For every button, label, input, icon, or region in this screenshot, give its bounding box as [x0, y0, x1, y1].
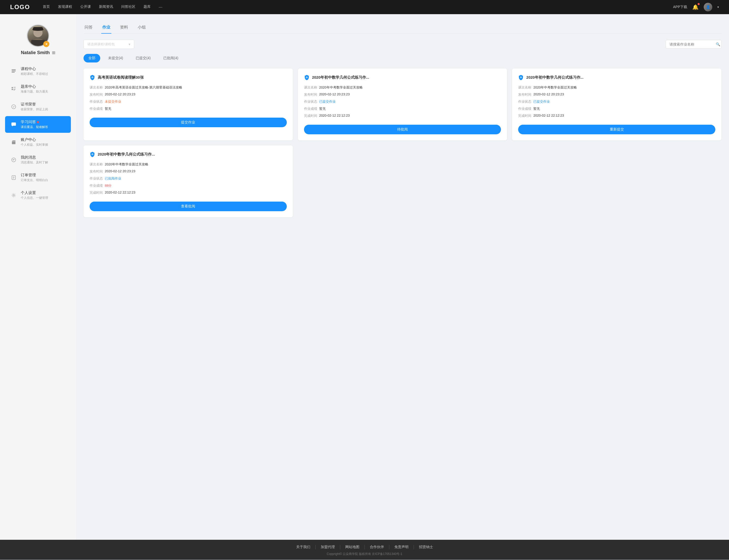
logo: LOGO — [10, 4, 30, 11]
avatar-wrapper: ★ — [27, 24, 49, 47]
homework-card-2: 作 2020年初中数学几何公式练习作... 课次名称 2020年中考数学全面过关… — [298, 69, 507, 140]
hw-label-score-4: 作业成绩 — [90, 183, 105, 188]
hw-value-complete-3: 2020-02-12 22:12:23 — [533, 114, 715, 118]
sidebar-item-desc-qa: 课后重温、疑难解答 — [21, 125, 66, 129]
nav-links: 首页 发现课程 公开课 新闻资讯 问答社区 题库 ··· — [43, 5, 673, 10]
sidebar-item-label-cert: 证书荣誉 — [21, 102, 66, 107]
sidebar-item-label-msg: 我的消息 — [21, 155, 66, 160]
svg-text:作: 作 — [305, 76, 308, 79]
sidebar-item-desc-msg: 消息通知、及时了解 — [21, 160, 66, 165]
footer-link-recruit[interactable]: 招贤纳士 — [414, 545, 438, 549]
sidebar-item-question-bank[interactable]: 题库中心 海量习题、助力通关 — [5, 81, 71, 97]
sidebar-item-label-qbank: 题库中心 — [21, 84, 66, 89]
sidebar-item-certificate[interactable]: 证书荣誉 收获荣誉、持证上岗 — [5, 98, 71, 115]
hw-value-course-2: 2020年中考数学全面过关攻略 — [319, 85, 501, 90]
nav-link-bank[interactable]: 题库 — [143, 5, 151, 10]
footer-link-partner[interactable]: 合作伙伴 — [365, 545, 389, 549]
messages-icon — [10, 156, 17, 163]
main-layout: ★ Natalie Smith ⊞ 课程中心 精彩课程、不容错过 — [0, 14, 729, 540]
content-tabs: 问答 作业 资料 小组 — [83, 22, 721, 34]
hw-button-4[interactable]: 查看批阅 — [90, 202, 287, 211]
hw-value-time-2: 2020-02-12 20:23:23 — [319, 92, 501, 97]
sidebar-item-messages[interactable]: 我的消息 消息通知、及时了解 — [5, 152, 71, 168]
sidebar-item-desc-course: 精彩课程、不容错过 — [21, 72, 66, 76]
main-content: 问答 作业 资料 小组 请选择课程/课程包 ▾ 🔍 全部 未提交(4) 已提交(… — [76, 14, 729, 540]
footer-links: 关于我们 加盟代理 网站地图 合作伙伴 免责声明 招贤纳士 — [0, 545, 729, 549]
sidebar-item-account[interactable]: 账户中心 个人权益、实时掌握 — [5, 134, 71, 150]
svg-text:作: 作 — [91, 76, 94, 79]
hw-button-3[interactable]: 重新提交 — [518, 125, 715, 134]
svg-rect-7 — [12, 72, 15, 73]
hw-title-1: 高考英语试卷阅读理解30张 — [98, 75, 287, 80]
hw-label-status-4: 作业状态 — [90, 176, 105, 181]
sidebar-item-desc-qbank: 海量习题、助力通关 — [21, 90, 66, 94]
notification-bell[interactable]: 🔔 — [692, 4, 699, 10]
svg-rect-5 — [12, 69, 16, 70]
sidebar-item-orders[interactable]: 订单管理 订单支出、明明白白 — [5, 169, 71, 186]
settings-icon — [10, 192, 17, 199]
hw-shield-icon-2: 作 — [304, 75, 309, 80]
sidebar-item-study-qa[interactable]: 学习问答 课后重温、疑难解答 — [5, 116, 71, 133]
svg-rect-11 — [13, 89, 16, 89]
status-tab-unsubmitted[interactable]: 未提交(4) — [103, 54, 128, 62]
tab-materials[interactable]: 资料 — [119, 22, 129, 34]
user-dropdown-arrow[interactable]: ▾ — [717, 5, 719, 9]
nav-link-open[interactable]: 公开课 — [80, 5, 91, 10]
sidebar-item-label-qa: 学习问答 — [21, 120, 66, 124]
footer-link-about[interactable]: 关于我们 — [291, 545, 316, 549]
hw-label-score-2: 作业成绩 — [304, 106, 319, 111]
tab-homework[interactable]: 作业 — [101, 22, 111, 34]
status-tab-submitted[interactable]: 已提交(4) — [131, 54, 155, 62]
filter-bar: 请选择课程/课程包 ▾ 🔍 — [83, 40, 721, 49]
search-icon: 🔍 — [716, 42, 720, 46]
nav-link-discover[interactable]: 发现课程 — [58, 5, 72, 10]
notification-badge — [698, 3, 700, 5]
status-tab-all[interactable]: 全部 — [83, 54, 100, 62]
hw-value-status-3: 已提交作业 — [533, 99, 715, 104]
sidebar-item-course-center[interactable]: 课程中心 精彩课程、不容错过 — [5, 63, 71, 80]
homework-card-4: 作 2020年初中数学几何公式练习作... 课次名称 2020年中考数学全面过关… — [83, 145, 293, 217]
hw-value-course-4: 2020年中考数学全面过关攻略 — [105, 162, 287, 167]
course-select-arrow: ▾ — [129, 42, 130, 46]
footer-link-disclaimer[interactable]: 免责声明 — [389, 545, 414, 549]
hw-label-time-3: 发布时间 — [518, 92, 533, 97]
tab-group[interactable]: 小组 — [137, 22, 147, 34]
qr-code-icon[interactable]: ⊞ — [52, 50, 55, 55]
nav-more[interactable]: ··· — [159, 5, 162, 10]
nav-link-qa[interactable]: 问答社区 — [121, 5, 135, 10]
hw-value-score-3: 暂无 — [533, 106, 715, 111]
user-avatar[interactable]: 👤 — [704, 3, 712, 11]
hw-label-status-3: 作业状态 — [518, 99, 533, 104]
footer-link-franchise[interactable]: 加盟代理 — [316, 545, 340, 549]
study-qa-icon — [10, 121, 17, 128]
hw-label-status-2: 作业状态 — [304, 99, 319, 104]
hw-value-score-2: 暂无 — [319, 106, 501, 111]
status-tab-reviewed[interactable]: 已批阅(4) — [158, 54, 183, 62]
nav-right: APP下载 🔔 👤 ▾ — [673, 3, 719, 11]
course-select[interactable]: 请选择课程/课程包 ▾ — [83, 40, 134, 49]
svg-text:作: 作 — [520, 76, 522, 79]
nav-link-news[interactable]: 新闻资讯 — [99, 5, 113, 10]
search-input[interactable] — [670, 42, 714, 46]
nav-link-home[interactable]: 首页 — [43, 5, 50, 10]
avatar-image: 👤 — [704, 3, 712, 11]
hw-title-2: 2020年初中数学几何公式练习作... — [312, 75, 501, 80]
hw-label-score-1: 作业成绩 — [90, 106, 105, 111]
sidebar-item-desc-orders: 订单支出、明明白白 — [21, 178, 66, 182]
hw-label-course-4: 课次名称 — [90, 162, 105, 167]
hw-button-1[interactable]: 提交作业 — [90, 118, 287, 127]
hw-label-complete-4: 完成时间 — [90, 190, 105, 195]
hw-shield-icon-3: 作 — [518, 75, 524, 80]
hw-label-complete-3: 完成时间 — [518, 114, 533, 118]
footer-copyright: Copyright© 云朵商学院 版权所有 京ICP备17051340号-1 — [0, 552, 729, 556]
sidebar-menu: 课程中心 精彩课程、不容错过 题库中心 海量习题、助力通关 — [0, 63, 76, 205]
app-download-button[interactable]: APP下载 — [673, 5, 687, 9]
course-select-placeholder: 请选择课程/课程包 — [87, 42, 115, 47]
homework-card-3: 作 2020年初中数学几何公式练习作... 课次名称 2020年中考数学全面过关… — [512, 69, 721, 140]
sidebar-item-settings[interactable]: 个人设置 个人信息、一键管理 — [5, 187, 71, 204]
hw-label-course-2: 课次名称 — [304, 85, 319, 90]
footer-link-sitemap[interactable]: 网站地图 — [340, 545, 365, 549]
tab-qa[interactable]: 问答 — [83, 22, 94, 34]
profile-section: ★ Natalie Smith ⊞ — [21, 24, 55, 55]
hw-button-2[interactable]: 待批阅 — [304, 125, 501, 134]
